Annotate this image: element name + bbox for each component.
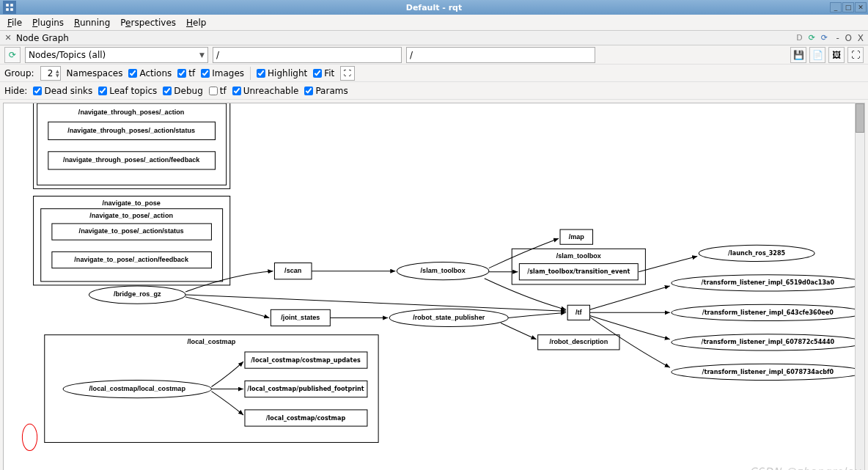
svg-text:/navigate_through_poses/_actio: /navigate_through_poses/_action/status (67, 127, 195, 134)
leaf-topics-checkbox[interactable]: Leaf topics (98, 86, 157, 96)
refresh-graph-button[interactable]: ⟳ (4, 47, 21, 63)
svg-rect-13 (41, 209, 223, 282)
svg-text:/bridge_ros_gz: /bridge_ros_gz (114, 290, 161, 298)
svg-text:/transform_listener_impl_60787: /transform_listener_impl_6078734acbf0 (702, 368, 834, 375)
save-svg-button[interactable]: 📄 (809, 47, 825, 63)
menu-plugins[interactable]: Plugins (28, 16, 68, 29)
svg-text:/slam_toolbox/transition_event: /slam_toolbox/transition_event (527, 268, 630, 275)
chevron-down-icon: ▼ (199, 51, 205, 59)
plugin-close-group[interactable]: - O X (836, 33, 865, 43)
svg-rect-1 (10, 4, 13, 7)
plugin-titlebar: ✕ Node Graph D ⟳ ⟳ - O X (0, 31, 868, 45)
svg-text:/navigate_to_pose/_action/feed: /navigate_to_pose/_action/feedback (74, 256, 189, 263)
svg-text:/transform_listener_impl_643cf: /transform_listener_impl_643cfe360ee0 (702, 309, 834, 316)
save-dot-button[interactable]: 💾 (790, 47, 806, 63)
wrench-icon: ✕ (3, 33, 13, 43)
node-filter-input[interactable]: / (213, 47, 402, 63)
d-icon[interactable]: D (794, 33, 804, 43)
menu-perspectives[interactable]: Perspectives (116, 16, 180, 29)
menubar: File Plugins Running Perspectives Help (0, 15, 868, 31)
svg-rect-3 (10, 8, 13, 11)
menu-file[interactable]: File (3, 16, 26, 29)
expand-button[interactable]: ⛶ (847, 47, 864, 63)
namespaces-label: Namespaces (67, 68, 123, 78)
topic-filter-input[interactable]: / (406, 47, 595, 63)
reload-icon[interactable]: ⟳ (806, 33, 817, 43)
svg-text:/slam_toolbox: /slam_toolbox (556, 252, 601, 260)
svg-rect-5 (37, 103, 227, 185)
fit-view-button[interactable]: ⛶ (340, 66, 355, 81)
svg-text:/map: /map (569, 233, 585, 240)
svg-text:/tf: /tf (575, 309, 583, 316)
save-image-button[interactable]: 🖼 (828, 47, 845, 63)
svg-text:/navigate_through_poses/_actio: /navigate_through_poses/_action (78, 109, 185, 116)
minimize-button[interactable]: _ (830, 2, 842, 12)
highlight-checkbox[interactable]: Highlight (257, 68, 307, 78)
dead-sinks-checkbox[interactable]: Dead sinks (33, 86, 92, 96)
svg-rect-0 (6, 4, 9, 7)
svg-rect-2 (6, 8, 9, 11)
watermark: CSDN @zhangrelay (749, 466, 861, 470)
svg-point-59 (22, 424, 37, 450)
refresh-icon[interactable]: ⟳ (819, 33, 829, 43)
svg-text:/navigate_to_pose/_action: /navigate_to_pose/_action (89, 212, 173, 219)
close-button[interactable]: ✕ (855, 2, 867, 12)
group-label: Group: (4, 68, 34, 78)
graph-svg: /navigate_through_poses/_action /navigat… (4, 103, 864, 470)
images-checkbox[interactable]: Images (201, 68, 244, 78)
toolbar-group: Group: 2 ▲▼ Namespaces Actions tf Images… (0, 65, 868, 82)
svg-text:/local_costmap/costmap: /local_costmap/costmap (266, 414, 346, 422)
svg-text:/robot_state_publisher: /robot_state_publisher (413, 314, 485, 321)
graph-canvas[interactable]: /navigate_through_poses/_action /navigat… (3, 103, 865, 470)
svg-text:/scan: /scan (284, 267, 301, 274)
window-titlebar: Default - rqt _ □ ✕ (0, 0, 868, 15)
menu-help[interactable]: Help (182, 16, 210, 29)
svg-text:/local_costmap/published_footp: /local_costmap/published_footprint (247, 385, 364, 392)
hide-label: Hide: (4, 86, 27, 96)
graph-canvas-wrap: /navigate_through_poses/_action /navigat… (0, 100, 868, 470)
graph-type-combo[interactable]: Nodes/Topics (all) ▼ (25, 47, 208, 63)
vertical-scrollbar[interactable] (855, 103, 865, 470)
svg-text:/local_costmap/local_costmap: /local_costmap/local_costmap (89, 385, 186, 392)
svg-text:/transform_listener_impl_60787: /transform_listener_impl_607872c54440 (702, 338, 835, 345)
actions-checkbox[interactable]: Actions (128, 68, 172, 78)
svg-text:/navigate_to_pose/_action/stat: /navigate_to_pose/_action/status (79, 227, 184, 235)
params-checkbox[interactable]: Params (304, 86, 347, 96)
fit-checkbox[interactable]: Fit (313, 68, 334, 78)
svg-rect-11 (34, 196, 230, 284)
debug-checkbox[interactable]: Debug (163, 86, 202, 96)
svg-text:/navigate_to_pose: /navigate_to_pose (102, 199, 160, 207)
menu-running[interactable]: Running (70, 16, 114, 29)
tf-checkbox[interactable]: tf (177, 68, 195, 78)
svg-rect-4 (34, 103, 230, 188)
svg-text:/local_costmap/costmap_updates: /local_costmap/costmap_updates (251, 356, 361, 364)
window-title: Default - rqt (406, 3, 462, 12)
svg-text:/transform_listener_impl_6519d: /transform_listener_impl_6519d0ac13a0 (702, 279, 835, 286)
app-icon (3, 1, 16, 14)
toolbar-main: ⟳ Nodes/Topics (all) ▼ / / 💾 📄 🖼 ⛶ (0, 45, 868, 65)
plugin-title: Node Graph (16, 33, 69, 43)
group-spinbox[interactable]: 2 ▲▼ (40, 66, 61, 81)
svg-text:/navigate_through_poses/_actio: /navigate_through_poses/_action/feedback (63, 156, 200, 164)
maximize-button[interactable]: □ (842, 2, 854, 12)
svg-text:/joint_states: /joint_states (281, 314, 320, 321)
svg-text:/slam_toolbox: /slam_toolbox (421, 267, 466, 274)
combo-label: Nodes/Topics (all) (29, 50, 106, 60)
scrollbar-thumb[interactable] (856, 103, 864, 133)
hide-tf-checkbox[interactable]: tf (209, 86, 227, 96)
toolbar-hide: Hide: Dead sinks Leaf topics Debug tf Un… (0, 82, 868, 100)
svg-text:/launch_ros_3285: /launch_ros_3285 (728, 249, 785, 257)
svg-text:/robot_description: /robot_description (549, 338, 608, 345)
svg-text:/local_costmap: /local_costmap (188, 338, 236, 345)
unreachable-checkbox[interactable]: Unreachable (232, 86, 299, 96)
